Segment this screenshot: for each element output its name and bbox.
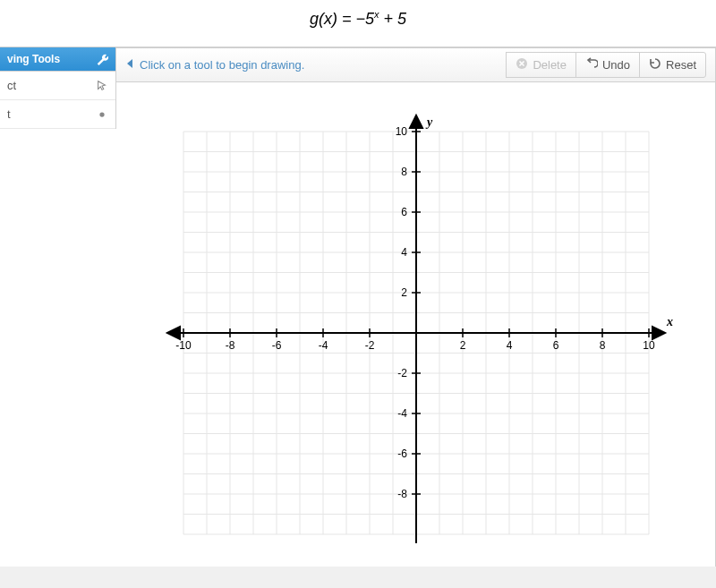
reset-label: Reset [666, 58, 696, 72]
svg-text:-10: -10 [175, 339, 192, 352]
svg-text:10: 10 [395, 125, 407, 138]
delete-icon [516, 57, 528, 72]
reset-button[interactable]: Reset [639, 52, 706, 78]
sidebar-title: ving Tools [7, 53, 60, 65]
wrench-icon[interactable] [96, 53, 108, 65]
sidebar-item-label: ct [7, 79, 16, 92]
svg-text:-2: -2 [397, 367, 407, 379]
svg-text:-2: -2 [364, 339, 374, 352]
prompt-text: Click on a tool to begin drawing. [140, 58, 304, 72]
sidebar-item-label: t [7, 107, 11, 121]
svg-text:8: 8 [599, 339, 605, 352]
svg-text:4: 4 [506, 339, 512, 352]
sidebar-header: ving Tools [0, 47, 115, 72]
undo-label: Undo [602, 58, 630, 72]
drawing-tools-sidebar: ving Tools ct t [0, 47, 116, 129]
svg-text:y: y [425, 115, 433, 129]
sidebar-item-select[interactable]: ct [0, 72, 115, 100]
delete-label: Delete [533, 58, 567, 72]
sidebar-item-point[interactable]: t [0, 100, 115, 129]
svg-text:2: 2 [459, 339, 465, 352]
svg-text:10: 10 [643, 339, 655, 352]
svg-text:-4: -4 [397, 407, 407, 420]
equation-rest: + 5 [379, 10, 407, 28]
svg-text:8: 8 [401, 166, 407, 178]
dot-icon [96, 108, 108, 121]
svg-marker-46 [167, 327, 180, 339]
svg-text:-6: -6 [397, 447, 407, 460]
graph-toolbar: Click on a tool to begin drawing. Delete… [116, 48, 715, 82]
footer-band [0, 567, 716, 588]
svg-text:-8: -8 [225, 339, 234, 352]
svg-text:-8: -8 [397, 488, 407, 500]
svg-text:6: 6 [401, 206, 407, 218]
equation-fn: g(x) [310, 10, 337, 28]
graph-area[interactable]: -10-8-6-4-2246810-8-6-4-2246810xy [116, 82, 715, 566]
svg-text:4: 4 [401, 246, 407, 259]
svg-marker-45 [652, 327, 665, 339]
delete-button: Delete [506, 52, 576, 78]
equation-display: g(x) = −5x + 5 [0, 0, 716, 47]
svg-text:6: 6 [552, 339, 558, 352]
svg-text:x: x [666, 315, 673, 328]
cursor-icon [96, 80, 108, 92]
undo-button[interactable]: Undo [575, 52, 640, 78]
svg-marker-48 [410, 115, 422, 128]
svg-text:-4: -4 [318, 339, 328, 352]
pointer-left-icon [125, 58, 134, 72]
svg-text:2: 2 [401, 286, 407, 299]
reset-icon [649, 57, 661, 72]
coordinate-plane[interactable]: -10-8-6-4-2246810-8-6-4-2246810xy [157, 100, 676, 566]
equation-eq: = −5 [337, 10, 374, 28]
undo-icon [585, 57, 598, 72]
svg-text:-6: -6 [271, 339, 281, 352]
toolbar-prompt: Click on a tool to begin drawing. [125, 58, 507, 72]
svg-point-0 [99, 112, 104, 116]
